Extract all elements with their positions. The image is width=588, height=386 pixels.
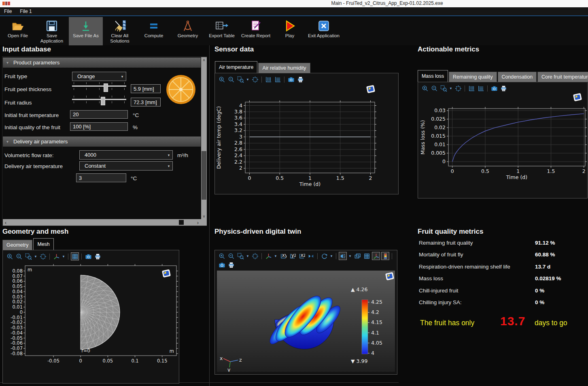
triad-icon[interactable] bbox=[264, 252, 272, 260]
zoom-in-icon[interactable] bbox=[218, 252, 226, 260]
scene-icon[interactable] bbox=[353, 252, 361, 260]
vertical-scrollbar-thumb[interactable] bbox=[202, 151, 206, 200]
dropdown-caret-icon[interactable] bbox=[62, 252, 66, 260]
tab-mass-loss[interactable]: Mass loss bbox=[418, 70, 448, 82]
flip-icon[interactable] bbox=[307, 252, 315, 260]
print-icon[interactable] bbox=[93, 252, 102, 260]
view-xz-icon[interactable]: xz bbox=[297, 252, 306, 260]
vertical-scrollbar[interactable] bbox=[201, 57, 207, 219]
grid-icon[interactable] bbox=[71, 252, 79, 260]
triad-icon[interactable] bbox=[52, 252, 60, 260]
digital-twin-view[interactable]: 4.254.24.154.14.054▲ 4.26▼ 3.99xyz bbox=[217, 271, 395, 372]
initial-quality-input[interactable] bbox=[70, 122, 128, 131]
flow-rate-select[interactable]: 4000 bbox=[79, 150, 173, 160]
sensor-chart[interactable]: 00.511.5222.22.42.62.833.23.43.63.84Time… bbox=[215, 91, 397, 192]
dropdown-caret-icon[interactable] bbox=[449, 84, 453, 92]
fruit-radius-value[interactable]: 72.3 [mm] bbox=[131, 98, 161, 107]
fruit-type-select[interactable]: Orange bbox=[72, 72, 126, 81]
compute-button[interactable]: Compute bbox=[137, 17, 171, 45]
dropdown-caret-icon[interactable] bbox=[348, 252, 352, 260]
fruit-radius-slider[interactable] bbox=[72, 96, 126, 103]
peel-thickness-slider[interactable] bbox=[72, 82, 126, 90]
tab-remaining-quality[interactable]: Remaining quality bbox=[449, 72, 497, 82]
scroll-down-arrow[interactable] bbox=[201, 213, 207, 219]
flow-rate-value: 4000 bbox=[80, 152, 167, 158]
zoom-extents-icon[interactable] bbox=[39, 252, 47, 260]
zoom-extents-icon[interactable] bbox=[454, 84, 462, 92]
colorbar-icon[interactable] bbox=[381, 252, 389, 260]
tab-mesh[interactable]: Mesh bbox=[33, 238, 53, 250]
view-xy-icon[interactable]: xy bbox=[279, 252, 287, 260]
dropdown-caret-icon[interactable] bbox=[246, 75, 250, 83]
export-table-button[interactable]: Export Table bbox=[205, 17, 239, 45]
zoom-box-icon[interactable] bbox=[24, 252, 32, 260]
geometry-button[interactable]: Geometry bbox=[171, 17, 205, 45]
x-grid-icon[interactable] bbox=[264, 75, 272, 83]
save-application-button[interactable]: Save Application bbox=[35, 17, 69, 45]
print-icon[interactable] bbox=[296, 75, 304, 83]
camera-icon[interactable] bbox=[84, 252, 92, 260]
scroll-up-arrow[interactable] bbox=[201, 57, 207, 63]
section-delivery-air-parameters[interactable]: Delivery air parameters bbox=[3, 136, 201, 147]
mesh-plot[interactable]: -0.0500.050.10.150.080.070.060.050.040.0… bbox=[3, 263, 178, 383]
tab-core-fruit-temperature[interactable]: Core fruit temperature bbox=[537, 72, 588, 82]
fruit-type-label: Fruit type bbox=[4, 73, 27, 79]
dropdown-caret-icon[interactable] bbox=[246, 252, 250, 260]
dropdown-caret-icon[interactable] bbox=[34, 252, 38, 260]
scroll-left-arrow[interactable] bbox=[3, 220, 8, 225]
zoom-in-icon[interactable] bbox=[218, 75, 226, 83]
light-icon[interactable] bbox=[339, 252, 347, 260]
print-icon[interactable] bbox=[499, 84, 507, 92]
zoom-box-icon[interactable] bbox=[439, 84, 448, 92]
menu-file[interactable]: File bbox=[4, 9, 12, 14]
zoom-extents-icon[interactable] bbox=[251, 252, 259, 260]
initial-temp-input[interactable] bbox=[70, 110, 128, 119]
zoom-out-icon[interactable] bbox=[15, 252, 23, 260]
camera-icon[interactable] bbox=[218, 261, 226, 269]
clear-all-solutions-button[interactable]: Clear All Solutions bbox=[103, 17, 137, 45]
play-button[interactable]: Play bbox=[273, 17, 307, 45]
section-product-parameters[interactable]: Product parameters bbox=[3, 58, 201, 68]
scroll-right-arrow[interactable] bbox=[195, 220, 201, 225]
delivery-temp-input[interactable] bbox=[76, 173, 126, 182]
grid-icon[interactable] bbox=[363, 252, 371, 260]
zoom-in-icon[interactable] bbox=[421, 84, 429, 92]
peel-slider-handle[interactable] bbox=[104, 83, 108, 92]
zoom-box-icon[interactable] bbox=[236, 75, 244, 83]
save-file-as-button[interactable]: Save File As bbox=[69, 17, 103, 45]
camera-icon[interactable] bbox=[287, 75, 295, 83]
alert-suffix-text: days to go bbox=[535, 319, 567, 327]
fruit-quality-title: Fruit quality metrics bbox=[418, 228, 483, 236]
zoom-out-icon[interactable] bbox=[227, 252, 235, 260]
tab-air-relative-humidity[interactable]: Air relative humidity bbox=[258, 63, 310, 73]
create-report-button[interactable]: Create Report bbox=[239, 17, 273, 45]
exit-application-button[interactable]: Exit Application bbox=[307, 17, 341, 45]
peel-thickness-value[interactable]: 5.9 [mm] bbox=[131, 84, 161, 93]
x-grid-icon[interactable] bbox=[467, 84, 475, 92]
open-file-button[interactable]: Open File bbox=[1, 17, 35, 45]
print-icon[interactable] bbox=[227, 261, 235, 269]
zoom-in-icon[interactable] bbox=[6, 252, 14, 260]
dropdown-caret-icon[interactable] bbox=[274, 252, 278, 260]
tab-air-temperature[interactable]: Air temperature bbox=[215, 61, 257, 73]
tab-condensation[interactable]: Condensation bbox=[498, 72, 537, 82]
zoom-extents-icon[interactable] bbox=[251, 75, 259, 83]
mass-loss-chart[interactable]: 00.511.5200.0050.010.0150.020.0250.03Tim… bbox=[419, 98, 587, 184]
radius-slider-handle[interactable] bbox=[101, 97, 105, 105]
zoom-out-icon[interactable] bbox=[227, 75, 235, 83]
rotate-icon[interactable] bbox=[320, 252, 328, 260]
horizontal-scrollbar-thumb[interactable] bbox=[179, 220, 184, 225]
horizontal-scrollbar[interactable] bbox=[3, 219, 201, 226]
dropdown-caret-icon[interactable] bbox=[329, 252, 333, 260]
svg-text:0.1: 0.1 bbox=[131, 358, 138, 364]
view-yz-icon[interactable]: yz bbox=[288, 252, 296, 260]
zoom-out-icon[interactable] bbox=[430, 84, 438, 92]
zoom-box-icon[interactable] bbox=[236, 252, 244, 260]
y-grid-icon[interactable] bbox=[274, 75, 282, 83]
triad-icon[interactable] bbox=[372, 252, 380, 260]
tab-geometry[interactable]: Geometry bbox=[2, 240, 32, 250]
menu-file-1[interactable]: File 1 bbox=[20, 9, 32, 14]
y-grid-icon[interactable] bbox=[477, 84, 485, 92]
camera-icon[interactable] bbox=[490, 84, 498, 92]
delivery-temp-mode-select[interactable]: Constant bbox=[79, 161, 173, 171]
